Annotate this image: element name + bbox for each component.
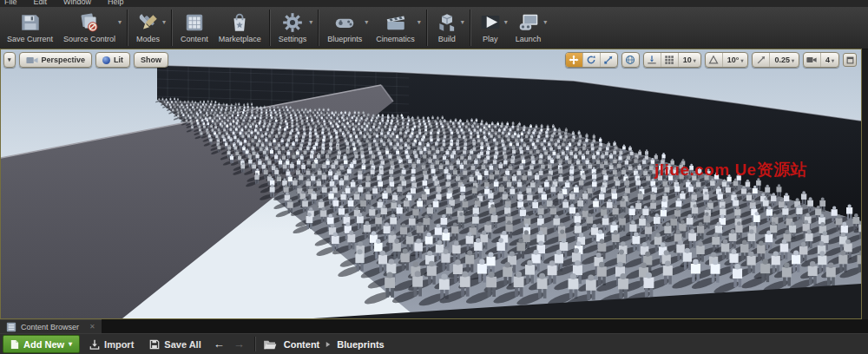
perspective-button[interactable]: Perspective	[19, 52, 93, 68]
dropdown-caret-icon[interactable]: ▾	[543, 18, 547, 26]
dropdown-caret-icon[interactable]: ▾	[418, 18, 421, 26]
toolbar-group: Blueprints▾Cinematics▾	[322, 7, 424, 49]
chevron-down-icon: ▾	[69, 340, 72, 348]
play-icon	[479, 11, 502, 34]
source-control-icon	[78, 11, 101, 34]
menu-item-file[interactable]: File	[4, 0, 17, 7]
menu-item-window[interactable]: Window	[63, 0, 91, 7]
dropdown-caret-icon[interactable]: ▾	[309, 18, 312, 26]
toolbar-group: Modes▾	[131, 7, 168, 49]
modes-icon	[137, 11, 160, 34]
move-tool-icon	[569, 55, 579, 65]
main-toolbar: Save CurrentSource Control▾Modes▾Content…	[0, 7, 868, 49]
blueprints-label: Blueprints	[327, 35, 362, 43]
surface-snap-button[interactable]	[644, 53, 661, 67]
scale-snap-icon	[756, 55, 766, 65]
content-icon	[183, 11, 206, 34]
menu-item-help[interactable]: Help	[108, 0, 124, 7]
show-label: Show	[141, 56, 161, 64]
breadcrumb-item-content[interactable]: Content	[280, 339, 324, 350]
scale-snap-value[interactable]: 0.25▾	[770, 56, 799, 64]
lit-sphere-icon	[102, 56, 110, 64]
grid-snap-icon	[664, 55, 674, 65]
play-button[interactable]: Play	[474, 10, 507, 46]
show-button[interactable]: Show	[134, 52, 168, 68]
save-icon	[19, 11, 42, 34]
dropdown-caret-icon[interactable]: ▾	[118, 18, 122, 26]
globe-icon	[625, 55, 635, 65]
select-move-tool-button[interactable]	[566, 53, 583, 67]
launch-icon	[517, 11, 540, 34]
save-current-label: Save Current	[7, 35, 53, 43]
angle-snap-value[interactable]: 10°▾	[723, 56, 748, 64]
viewport-panel: ▾ Perspective Lit Show 10▾	[0, 49, 862, 319]
content-browser-icon	[6, 322, 16, 332]
grid-snap-button[interactable]	[661, 53, 679, 67]
toolbar-divider	[426, 10, 428, 46]
toolbar-divider	[254, 337, 256, 351]
select-scale-tool-button[interactable]	[601, 53, 617, 67]
toolbar-group: Save CurrentSource Control▾	[2, 7, 124, 49]
camera-speed-icon	[806, 55, 817, 65]
blueprints-button[interactable]: Blueprints	[322, 10, 367, 46]
viewport-options-button[interactable]: ▾	[3, 52, 16, 68]
viewport-3d-scene[interactable]	[1, 49, 861, 318]
rotate-tool-icon	[586, 55, 596, 65]
import-button[interactable]: Import	[83, 336, 140, 353]
tab-content-browser[interactable]: Content Browser ✕	[0, 319, 102, 333]
dropdown-caret-icon[interactable]: ▾	[365, 18, 368, 26]
camera-speed-button[interactable]	[804, 53, 821, 67]
camera-icon	[26, 56, 38, 64]
save-current-button[interactable]: Save Current	[2, 10, 58, 46]
source-control-button[interactable]: Source Control	[58, 10, 121, 46]
transform-tools-cluster	[565, 52, 618, 68]
blueprints-icon	[333, 11, 356, 34]
launch-label: Launch	[516, 35, 542, 43]
add-new-button[interactable]: Add New ▾	[3, 335, 80, 353]
select-rotate-tool-button[interactable]	[583, 53, 601, 67]
angle-snap-icon	[708, 55, 719, 65]
save-all-button[interactable]: Save All	[143, 336, 207, 353]
grid-snap-value[interactable]: 10▾	[679, 56, 700, 64]
perspective-label: Perspective	[42, 56, 86, 64]
breadcrumb-item-blueprints[interactable]: Blueprints	[333, 339, 387, 350]
breadcrumb: ContentBlueprints	[280, 339, 388, 350]
toolbar-group: Play▾Launch▾	[474, 7, 550, 49]
lit-mode-button[interactable]: Lit	[95, 52, 130, 68]
menu-item-edit[interactable]: Edit	[34, 0, 48, 7]
build-button[interactable]: Build	[431, 10, 464, 46]
launch-button[interactable]: Launch	[510, 10, 547, 46]
angle-snap-button[interactable]	[706, 53, 723, 67]
toolbar-group: Settings▾	[273, 7, 316, 49]
cinematics-button[interactable]: Cinematics	[371, 10, 420, 46]
content-button[interactable]: Content	[175, 10, 214, 46]
settings-icon	[281, 11, 304, 34]
breadcrumb-arrow-icon	[323, 341, 333, 348]
import-icon	[89, 339, 100, 350]
modes-label: Modes	[136, 35, 160, 43]
source-control-label: Source Control	[63, 35, 115, 43]
modes-button[interactable]: Modes	[131, 10, 165, 46]
cinematics-icon	[385, 11, 407, 34]
camera-speed-value[interactable]: 4▾	[821, 56, 838, 64]
scale-snap-button[interactable]	[753, 53, 770, 67]
forward-arrow-icon[interactable]: →	[231, 338, 247, 351]
toolbar-divider	[127, 10, 128, 46]
back-arrow-icon[interactable]: ←	[211, 338, 227, 351]
marketplace-label: Marketplace	[219, 35, 261, 43]
maximize-viewport-button[interactable]	[843, 53, 857, 67]
close-icon[interactable]: ✕	[89, 323, 95, 331]
cinematics-label: Cinematics	[376, 35, 415, 43]
marketplace-button[interactable]: Marketplace	[214, 10, 266, 46]
coordinate-space-button[interactable]	[622, 53, 639, 67]
marketplace-icon	[228, 11, 251, 34]
content-browser-toolbar: Add New ▾ Import Save All ← → ContentBlu…	[0, 333, 868, 354]
toolbar-divider	[318, 10, 319, 46]
new-asset-icon	[10, 339, 19, 350]
menu-bar: FileEditWindowHelp	[0, 0, 868, 7]
dropdown-caret-icon[interactable]: ▾	[461, 18, 464, 26]
settings-label: Settings	[279, 35, 307, 43]
settings-button[interactable]: Settings	[273, 10, 312, 46]
dropdown-caret-icon[interactable]: ▾	[504, 18, 508, 26]
dropdown-caret-icon[interactable]: ▾	[162, 18, 166, 26]
